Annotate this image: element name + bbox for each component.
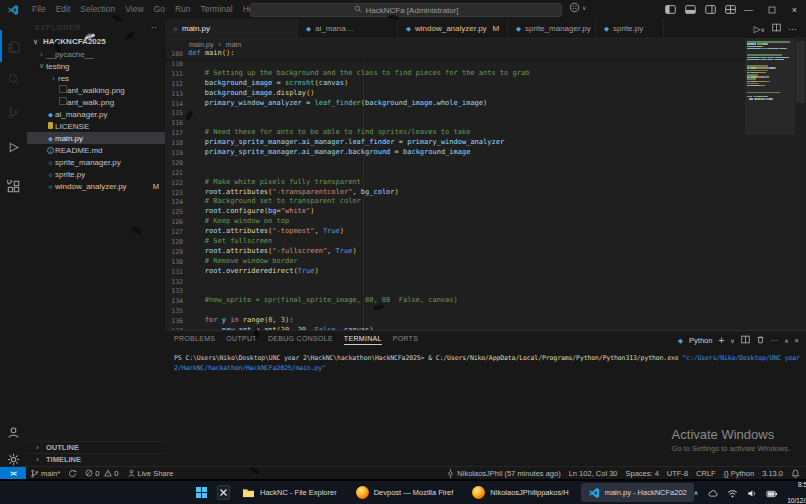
tab-main-py[interactable]: ◆main.py (165, 19, 298, 38)
taskbar-app-main-py-hackncfa202[interactable]: main.py - HackNCFa202 (581, 483, 694, 502)
status-branch[interactable]: main* (26, 469, 64, 478)
extensions-icon[interactable] (0, 176, 26, 196)
status-live-share[interactable]: Live Share (123, 469, 178, 478)
battery-icon[interactable] (766, 484, 778, 502)
panel-tab-problems[interactable]: PROBLEMS (174, 335, 215, 345)
menu-edit[interactable]: Edit (51, 0, 76, 19)
status-indentation[interactable]: Spaces: 4 (621, 469, 662, 478)
tree-item-ant-walking-png[interactable]: ant_walking.png (27, 84, 165, 96)
taskbar-app-hacknc-file-explorer[interactable]: HackNC - File Explorer (235, 483, 344, 502)
tree-item-ai-manager-py[interactable]: ◆ai_manager.py (27, 108, 165, 120)
line-number: 131 (165, 268, 183, 276)
split-terminal-icon[interactable] (741, 335, 750, 346)
more-actions-icon[interactable]: ·· (151, 24, 157, 30)
tab-ai-mana-[interactable]: ◆ai_mana… (298, 19, 398, 38)
pinned-app-icon[interactable] (217, 485, 230, 500)
accounts-icon[interactable] (0, 422, 26, 442)
minimap-slider[interactable] (745, 39, 795, 135)
search-icon[interactable] (0, 69, 26, 89)
tree-item-res[interactable]: ›res (27, 72, 165, 84)
code-line: 112 background_image = scrnsht(canvas) (165, 79, 745, 89)
breadcrumb[interactable]: main.py › main (165, 39, 241, 49)
account-menu-icon[interactable]: ∨ (569, 2, 586, 13)
chevron-down-icon: ∨ (31, 38, 40, 46)
remote-indicator[interactable]: >< (0, 467, 26, 479)
sticky-scroll-line[interactable]: 108def main(): (165, 49, 745, 59)
source-control-icon[interactable] (0, 102, 26, 122)
panel-tab-terminal[interactable]: TERMINAL (344, 335, 382, 345)
split-editor-icon[interactable] (772, 23, 781, 34)
tab-label: main.py (182, 24, 210, 33)
explorer-icon[interactable] (0, 36, 26, 56)
tray-chevron-icon[interactable]: ∧ (694, 489, 698, 496)
customize-layout-icon[interactable] (725, 1, 736, 19)
status-problems[interactable]: 00 (81, 469, 122, 478)
taskbar-app-label: NikolaosJPhilippakos/H (490, 488, 568, 497)
toggle-secondary-sidebar-icon[interactable] (705, 1, 716, 19)
start-button[interactable] (196, 487, 207, 498)
line-number: 119 (165, 149, 183, 157)
run-button[interactable]: ▷∨ (754, 24, 765, 34)
firefox-icon (472, 486, 485, 499)
panel-tab-ports[interactable]: PORTS (393, 335, 419, 345)
panel-tab-debug-console[interactable]: DEBUG CONSOLE (268, 335, 333, 345)
chevron-down-icon[interactable]: ∨ (730, 337, 734, 344)
tree-item-main-py[interactable]: ◆main.py (27, 132, 165, 144)
maximize-panel-icon[interactable]: ∧ (784, 337, 788, 344)
tree-item-ant-walk-png[interactable]: ant_walk.png (27, 96, 165, 108)
more-actions-icon[interactable]: ··· (771, 336, 779, 345)
minimize-button[interactable]: — (737, 0, 760, 19)
clock[interactable]: 8:53:44 AM 10/12/2025 (787, 481, 806, 504)
status-eol[interactable]: CRLF (692, 469, 720, 478)
errors-icon (85, 469, 93, 477)
line-number: 124 (165, 198, 183, 206)
tree-item--pycache-[interactable]: ›__pycache__ (27, 48, 165, 60)
maximize-button[interactable] (760, 0, 783, 19)
python-terminal-icon: ◆ (678, 337, 683, 345)
code-line: 128 # Set fullscreen (165, 237, 745, 247)
new-terminal-icon[interactable]: + (718, 335, 724, 346)
status-python-version[interactable]: 3.13.0 (758, 469, 787, 478)
onedrive-cloud-icon[interactable] (707, 484, 718, 502)
tree-item-window-analyzer-py[interactable]: ◆window_analyzer.pyM (27, 180, 165, 192)
tree-item-sprite-manager-py[interactable]: ◆sprite_manager.py (27, 156, 165, 168)
outline-section[interactable]: › OUTLINE (27, 441, 165, 453)
tree-item-sprite-py[interactable]: ◆sprite.py (27, 168, 165, 180)
menu-file[interactable]: File (27, 0, 51, 19)
scrollbar[interactable] (795, 39, 806, 330)
menu-terminal[interactable]: Terminal (196, 0, 238, 19)
toggle-panel-icon[interactable] (685, 1, 696, 19)
toggle-primary-sidebar-icon[interactable] (665, 1, 676, 19)
taskbar-app-label: main.py - HackNCFa202 (605, 488, 687, 497)
close-panel-icon[interactable]: × (795, 336, 799, 345)
kill-terminal-icon[interactable] (756, 335, 765, 346)
status-cursor-position[interactable]: Ln 102, Col 30 (565, 469, 622, 478)
status-right: NikolaosJPhil (57 minutes ago)Ln 102, Co… (442, 469, 806, 478)
command-center-search[interactable]: HackNCFa [Administrator] (250, 3, 562, 17)
tree-item-testing[interactable]: ∨testing (27, 60, 165, 72)
close-button[interactable]: × (783, 0, 806, 19)
more-actions-icon[interactable]: ··· (788, 24, 797, 34)
menu-go[interactable]: Go (149, 0, 170, 19)
tree-item-readme-md[interactable]: iREADME.md (27, 144, 165, 156)
menu-run[interactable]: Run (170, 0, 196, 19)
shell-label[interactable]: Python (689, 336, 712, 345)
tab-sprite-py[interactable]: ◆sprite.py (596, 19, 664, 38)
status-language-mode[interactable]: {} Python (720, 469, 758, 478)
tree-item-license[interactable]: LICENSE (27, 120, 165, 132)
status-commit-info[interactable]: NikolaosJPhil (57 minutes ago) (442, 469, 564, 478)
status-encoding[interactable]: UTF-8 (663, 469, 692, 478)
volume-icon[interactable] (747, 484, 757, 502)
code-editor[interactable]: 110111 # Setting up the background and t… (165, 59, 745, 330)
taskbar-app-nikolaosjphilippakos-h[interactable]: NikolaosJPhilippakos/H (465, 483, 575, 502)
file-label: testing (46, 62, 70, 71)
status-sync[interactable] (64, 469, 81, 478)
wifi-icon[interactable] (727, 484, 738, 502)
status-notifications-bell[interactable] (787, 469, 804, 478)
timeline-section[interactable]: › TIMELINE (27, 453, 165, 465)
run-and-debug-icon[interactable] (0, 137, 26, 157)
tab-window-analyzer-py[interactable]: ◆window_analyzer.pyM (398, 19, 508, 38)
python-file-icon: ◆ (604, 25, 609, 33)
taskbar-app-devpost-mozilla-firef[interactable]: Devpost — Mozilla Firef (349, 483, 461, 502)
tab-sprite-manager-py[interactable]: ◆sprite_manager.py (508, 19, 596, 38)
